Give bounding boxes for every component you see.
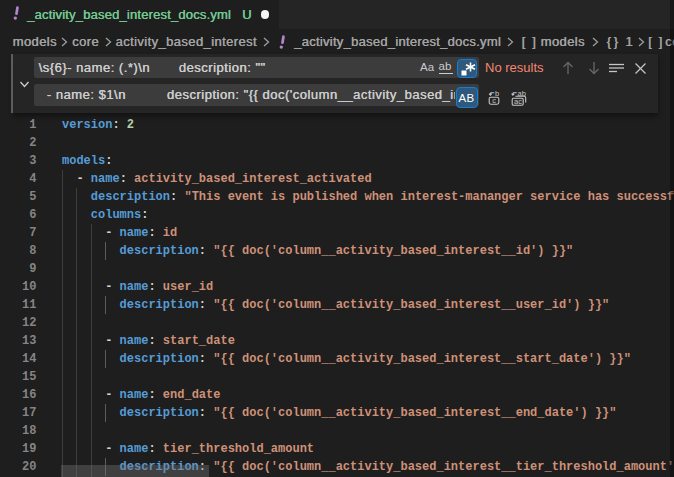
- svg-text:c: c: [492, 96, 496, 105]
- svg-text:ac: ac: [514, 97, 522, 106]
